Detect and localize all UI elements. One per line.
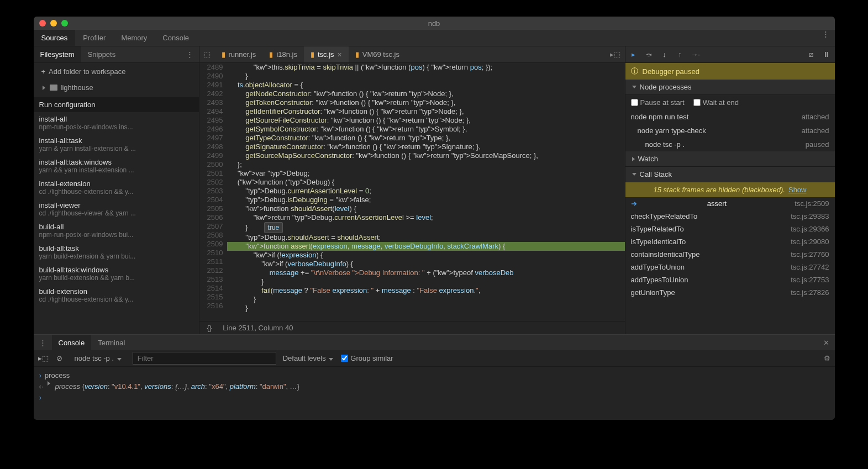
stack-loc: tsc.js:27753: [791, 276, 829, 284]
run-config-item[interactable]: install-extensioncd ./lighthouse-extensi…: [34, 177, 199, 198]
close-window-button[interactable]: [39, 20, 46, 27]
run-config-item[interactable]: install-viewercd ./lighthouse-viewer && …: [34, 198, 199, 220]
stack-frame[interactable]: containsIdenticalTypetsc.js:27760: [625, 248, 835, 261]
nav-forward-icon[interactable]: ▸⬚: [606, 50, 625, 59]
step-out-icon[interactable]: ↑: [675, 50, 685, 59]
deactivate-breakpoints-icon[interactable]: ⧄: [806, 50, 816, 59]
process-row[interactable]: node npm run testattached: [625, 110, 835, 124]
run-config-name: build-all:task: [39, 244, 193, 252]
resume-icon[interactable]: ▸: [629, 50, 639, 59]
console-eval-text: process: [45, 370, 70, 381]
code-area[interactable]: "kw">this.skipTrivia = skipTrivia || ("k…: [227, 63, 624, 321]
tab-console[interactable]: Console: [155, 30, 197, 46]
process-status: attached: [802, 113, 829, 121]
stack-loc: tsc.js:27742: [791, 263, 829, 271]
stack-frame[interactable]: asserttsc.js:2509: [625, 197, 835, 210]
file-tab[interactable]: ▮VM69 tsc.js: [349, 46, 406, 62]
run-config-item[interactable]: build-all:taskyarn build-extension & yar…: [34, 241, 199, 263]
tab-memory[interactable]: Memory: [113, 30, 155, 46]
main-menu-kebab-icon[interactable]: ⋮: [817, 30, 835, 46]
add-folder-button[interactable]: + Add folder to workspace: [34, 63, 199, 80]
console-context-select[interactable]: node tsc -p .: [71, 353, 126, 363]
run-config-item[interactable]: build-extensioncd ./lighthouse-extension…: [34, 284, 199, 306]
chevron-down-icon: [632, 86, 636, 88]
step-into-icon[interactable]: ↓: [660, 50, 670, 59]
stack-fn: isTypeRelatedTo: [631, 225, 684, 233]
file-tab-label: runner.js: [229, 50, 256, 59]
run-config-item[interactable]: install-all:taskyarn & yarn install-exte…: [34, 134, 199, 155]
clear-console-icon[interactable]: ⊘: [55, 354, 65, 362]
stack-frame[interactable]: addTypeToUniontsc.js:27742: [625, 261, 835, 273]
file-tab[interactable]: ▮i18n.js: [262, 46, 304, 62]
tab-snippets[interactable]: Snippets: [81, 46, 123, 62]
left-menu-kebab-icon[interactable]: ⋮: [181, 50, 199, 59]
process-label: node yarn type-check: [638, 127, 706, 135]
run-config-item[interactable]: build-all:task:windowsyarn build-extensi…: [34, 263, 199, 284]
pause-at-start-checkbox[interactable]: Pause at start: [631, 98, 685, 107]
blackbox-show-link[interactable]: Show: [788, 186, 807, 194]
stack-frame[interactable]: isTypeIdenticalTotsc.js:29080: [625, 235, 835, 248]
expand-icon[interactable]: [48, 381, 50, 386]
tab-sources[interactable]: Sources: [34, 30, 76, 46]
console-levels-select[interactable]: Default levels: [283, 354, 335, 362]
console-filter-input[interactable]: [133, 352, 276, 365]
run-config-name: install-extension: [39, 180, 193, 188]
stack-loc: tsc.js:29080: [791, 238, 829, 246]
file-icon: ▮: [222, 50, 225, 59]
console-menu-kebab-icon[interactable]: ⋮: [34, 339, 52, 347]
process-row[interactable]: node yarn type-checkattached: [625, 124, 835, 138]
section-node-processes[interactable]: Node processes: [625, 80, 835, 95]
stack-frame[interactable]: checkTypeRelatedTotsc.js:29383: [625, 210, 835, 223]
step-icon[interactable]: →·: [691, 50, 701, 59]
editor-status-bar: {} Line 2511, Column 40: [199, 321, 625, 334]
debugger-paused-label: Debugger paused: [643, 67, 699, 76]
file-tab[interactable]: ▮tsc.js×: [304, 46, 349, 62]
console-settings-icon[interactable]: ⚙: [824, 354, 830, 362]
run-config-name: build-all:task:windows: [39, 266, 193, 274]
stack-frame[interactable]: getUnionTypetsc.js:27826: [625, 286, 835, 299]
tab-filesystem[interactable]: Filesystem: [34, 46, 81, 62]
nav-back-icon[interactable]: ⬚: [199, 50, 215, 59]
plus-icon: +: [41, 67, 46, 76]
close-drawer-icon[interactable]: ✕: [818, 339, 835, 347]
group-similar-checkbox[interactable]: Group similar: [341, 354, 393, 362]
section-call-stack[interactable]: Call Stack: [625, 167, 835, 182]
step-over-icon[interactable]: ⤼: [644, 50, 654, 59]
window-title: ndb: [428, 19, 440, 28]
file-tab-label: VM69 tsc.js: [362, 50, 399, 59]
run-config-item[interactable]: install-all:task:windowsyarn && yarn ins…: [34, 155, 199, 177]
hover-tooltip: true: [264, 222, 283, 233]
blackbox-text: 15 stack frames are hidden (blackboxed).: [654, 186, 785, 194]
minimize-window-button[interactable]: [50, 20, 57, 27]
console-output[interactable]: › process ‹· process {version: "v10.4.1"…: [34, 367, 835, 420]
process-label: node npm run test: [631, 113, 689, 121]
caret-icon: ›: [39, 392, 41, 403]
tree-item-lighthouse[interactable]: lighthouse: [34, 80, 199, 95]
process-row[interactable]: node tsc -p .paused: [625, 138, 835, 151]
add-folder-label: Add folder to workspace: [49, 67, 125, 76]
stack-loc: tsc.js:27826: [791, 288, 829, 297]
tree-item-label: lighthouse: [61, 83, 93, 92]
console-panel: ⋮ Console Terminal ✕ ▸⬚ ⊘ node tsc -p . …: [34, 334, 835, 420]
file-icon: ▮: [355, 50, 359, 59]
tab-console-drawer[interactable]: Console: [52, 335, 92, 350]
run-config-header: Run configuration: [34, 97, 199, 112]
stack-frame[interactable]: isTypeRelatedTotsc.js:29366: [625, 223, 835, 235]
maximize-window-button[interactable]: [61, 20, 68, 27]
pause-exceptions-icon[interactable]: ⏸: [822, 50, 832, 59]
file-tab[interactable]: ▮runner.js: [215, 46, 263, 62]
stack-fn: addTypeToUnion: [631, 263, 685, 271]
section-watch[interactable]: Watch: [625, 151, 835, 167]
tab-terminal[interactable]: Terminal: [91, 335, 131, 350]
console-eye-icon[interactable]: ▸⬚: [38, 354, 48, 362]
wait-at-end-checkbox[interactable]: Wait at end: [693, 98, 739, 107]
close-tab-icon[interactable]: ×: [338, 50, 342, 59]
run-config-item[interactable]: build-allnpm-run-posix-or-windows bui...: [34, 220, 199, 241]
stack-frame[interactable]: addTypesToUniontsc.js:27753: [625, 273, 835, 286]
left-panel: Filesystem Snippets ⋮ + Add folder to wo…: [34, 46, 199, 334]
chevron-down-icon: [117, 358, 122, 361]
tab-profiler[interactable]: Profiler: [75, 30, 113, 46]
run-config-item[interactable]: install-allnpm-run-posix-or-windows ins.…: [34, 112, 199, 134]
process-label: node tsc -p .: [645, 140, 685, 149]
stack-fn: checkTypeRelatedTo: [631, 212, 698, 220]
